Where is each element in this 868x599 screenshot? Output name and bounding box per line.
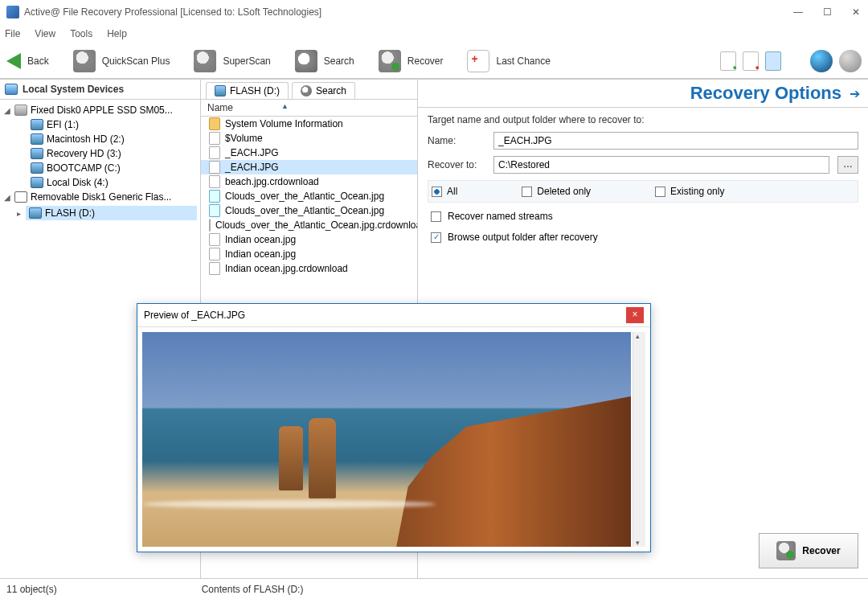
volume-icon <box>29 207 42 219</box>
file-icon <box>209 219 211 232</box>
chevron-right-icon[interactable]: ▸ <box>14 209 23 218</box>
recover-button[interactable]: Recover <box>379 50 444 72</box>
file-icon <box>209 233 220 246</box>
search-button[interactable]: Search <box>295 50 354 72</box>
disk-icon <box>194 50 216 72</box>
tree-vol-flash[interactable]: FLASH (D:) <box>26 206 197 220</box>
monitor-icon <box>5 84 18 95</box>
file-row[interactable]: System Volume Information <box>201 117 417 131</box>
file-row[interactable]: Indian ocean.jpg <box>201 232 417 247</box>
superscan-button[interactable]: SuperScan <box>194 50 270 72</box>
lastchance-icon <box>467 50 489 72</box>
statusbar: 11 object(s) Contents of FLASH (D:) <box>0 578 868 599</box>
search-icon <box>295 50 317 72</box>
volume-icon <box>31 162 43 174</box>
quickscan-button[interactable]: QuickScan Plus <box>73 50 170 72</box>
file-name: beach.jpg.crdownload <box>225 176 319 187</box>
back-button[interactable]: Back <box>6 53 49 69</box>
file-icon <box>209 161 220 174</box>
tree-vol-efi[interactable]: EFI (1:) <box>0 117 200 132</box>
menu-view[interactable]: View <box>35 28 55 39</box>
tree-vol-bootcamp[interactable]: BOOTCAMP (C:) <box>0 161 200 175</box>
volume-icon <box>31 148 43 159</box>
window-title: Active@ File Recovery Professional [Lice… <box>24 6 321 18</box>
name-input[interactable] <box>493 132 858 150</box>
file-name: _EACH.JPG <box>225 147 279 158</box>
browse-button[interactable]: … <box>837 156 858 174</box>
recoverto-input[interactable] <box>493 156 829 174</box>
back-arrow-icon <box>6 53 21 69</box>
file-row[interactable]: $Volume <box>201 131 417 146</box>
recovery-title: Recovery Options <box>690 83 841 104</box>
recover-action-button[interactable]: Recover <box>759 533 858 568</box>
tree-disk1-expander[interactable]: ▸ FLASH (D:) <box>0 204 200 222</box>
search-label: Search <box>324 55 354 67</box>
center-panel: FLASH (D:) Search Name ▲ System Volume I… <box>201 80 868 578</box>
menu-tools[interactable]: Tools <box>70 28 92 39</box>
filter-radio-group: All Deleted only Existing only <box>428 180 858 203</box>
tab-search[interactable]: Search <box>292 82 355 99</box>
sort-indicator-icon: ▲ <box>281 102 289 113</box>
menu-help[interactable]: Help <box>107 28 127 39</box>
app-icon <box>6 6 19 18</box>
chk-browse[interactable] <box>431 232 441 243</box>
file-row[interactable]: Clouds_over_the_Atlantic_Ocean.jpg.crdow… <box>201 218 417 232</box>
file-list: System Volume Information$Volume_EACH.JP… <box>201 117 417 276</box>
settings-gear-icon[interactable] <box>839 50 862 72</box>
radio-deleted[interactable] <box>522 187 532 197</box>
file-row[interactable]: Indian ocean.jpg.crdownload <box>201 261 417 276</box>
expander-icon[interactable]: ◢ <box>3 193 11 202</box>
recoverto-label: Recover to: <box>428 159 485 170</box>
file-icon <box>209 146 220 159</box>
quickscan-label: QuickScan Plus <box>102 55 170 67</box>
file-name: Indian ocean.jpg <box>225 248 296 260</box>
file-icon <box>209 262 220 275</box>
file-name: Clouds_over_the_Atlantic_Ocean.jpg.crdow… <box>215 219 417 231</box>
expander-icon[interactable]: ◢ <box>3 106 11 115</box>
close-button[interactable]: ✕ <box>850 6 862 18</box>
preview-title: Preview of _EACH.JPG <box>144 310 245 321</box>
file-row[interactable]: Indian ocean.jpg <box>201 247 417 261</box>
tree-vol-recovery[interactable]: Recovery HD (3:) <box>0 146 200 161</box>
file-row[interactable]: _EACH.JPG <box>201 146 417 160</box>
file-row[interactable]: _EACH.JPG <box>201 160 417 174</box>
column-name: Name <box>207 102 233 113</box>
doc-error-icon[interactable]: ● <box>743 51 759 71</box>
recover-label: Recover <box>407 55 444 67</box>
file-row[interactable]: beach.jpg.crdownload <box>201 174 417 189</box>
doc-ok-icon[interactable]: ● <box>720 51 736 71</box>
menubar: File View Tools Help <box>0 24 868 43</box>
preview-scrollbar[interactable] <box>633 332 645 547</box>
recovery-help: Target name and output folder where to r… <box>428 114 858 125</box>
tree-disk0[interactable]: ◢ Fixed Disk0 APPLE SSD SM05... <box>0 103 200 117</box>
tab-flash[interactable]: FLASH (D:) <box>206 82 289 99</box>
recover-icon <box>379 50 401 72</box>
menu-file[interactable]: File <box>5 28 20 39</box>
maximize-button[interactable]: ☐ <box>821 6 833 18</box>
lastchance-button[interactable]: Last Chance <box>467 50 550 72</box>
chk-streams[interactable] <box>431 211 441 222</box>
preview-close-button[interactable]: × <box>626 307 644 323</box>
back-label: Back <box>27 55 49 67</box>
status-objects: 11 object(s) <box>6 584 57 595</box>
file-row[interactable]: Clouds_over_the_Atlantic_Ocean.jpg <box>201 203 417 218</box>
tabs: FLASH (D:) Search <box>201 80 417 100</box>
sidebar-header: Local System Devices <box>0 80 200 100</box>
doc-selected-icon[interactable] <box>765 51 781 71</box>
img-icon <box>209 204 220 217</box>
minimize-button[interactable]: — <box>792 6 804 18</box>
info-icon[interactable] <box>810 50 833 72</box>
tree-disk1[interactable]: ◢ Removable Disk1 Generic Flas... <box>0 190 200 204</box>
arrow-right-icon[interactable]: ➔ <box>850 86 860 101</box>
tree-vol-local[interactable]: Local Disk (4:) <box>0 175 200 190</box>
file-icon <box>209 248 220 261</box>
file-row[interactable]: Clouds_over_the_Atlantic_Ocean.jpg <box>201 189 417 203</box>
hdd-icon <box>14 105 27 116</box>
tree-vol-mac[interactable]: Macintosh HD (2:) <box>0 132 200 146</box>
column-header[interactable]: Name ▲ <box>201 100 417 117</box>
radio-all[interactable] <box>432 187 442 197</box>
disk1-label: Removable Disk1 Generic Flas... <box>31 191 171 203</box>
radio-existing[interactable] <box>655 187 665 197</box>
titlebar: Active@ File Recovery Professional [Lice… <box>0 0 868 24</box>
file-icon <box>209 175 220 188</box>
